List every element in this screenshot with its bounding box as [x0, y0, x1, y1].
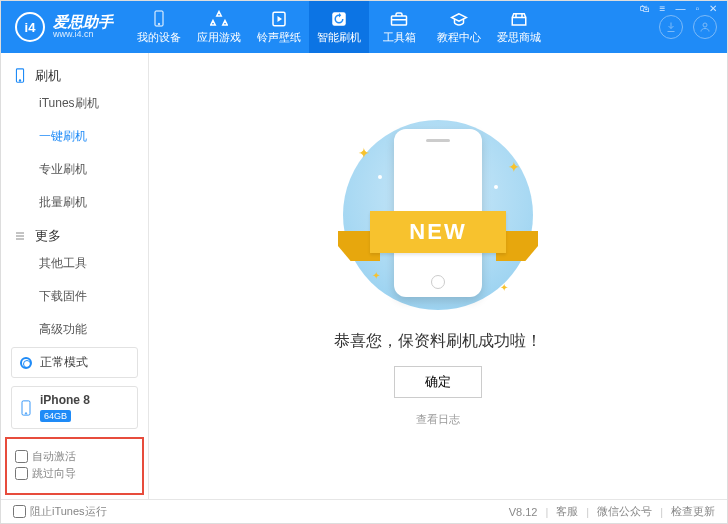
mall-icon — [510, 10, 528, 28]
window-controls: 🛍 ≡ — ▫ ✕ — [638, 3, 719, 14]
svg-point-7 — [19, 80, 20, 81]
tab-device[interactable]: 我的设备 — [129, 1, 189, 53]
tab-toolbox[interactable]: 工具箱 — [369, 1, 429, 53]
device-icon — [150, 10, 168, 28]
device-box[interactable]: iPhone 8 64GB — [11, 386, 138, 429]
mode-label: 正常模式 — [40, 354, 88, 371]
svg-point-5 — [703, 23, 707, 27]
phone-icon — [20, 400, 32, 416]
cart-icon[interactable]: 🛍 — [638, 3, 652, 14]
sidebar-item-other[interactable]: 其他工具 — [1, 247, 148, 280]
tab-flash[interactable]: 智能刷机 — [309, 1, 369, 53]
apps-icon — [210, 10, 228, 28]
maximize-button[interactable]: ▫ — [693, 3, 701, 14]
sidebar: 刷机iTunes刷机一键刷机专业刷机批量刷机更多其他工具下载固件高级功能 正常模… — [1, 53, 149, 499]
view-log-link[interactable]: 查看日志 — [416, 412, 460, 427]
tab-tutorial[interactable]: 教程中心 — [429, 1, 489, 53]
phone-icon — [13, 68, 27, 84]
sidebar-item-adv[interactable]: 高级功能 — [1, 313, 148, 339]
close-button[interactable]: ✕ — [707, 3, 719, 14]
brand-site: www.i4.cn — [53, 30, 113, 40]
version-label: V8.12 — [509, 506, 538, 518]
main-content: NEW ✦✦✦✦ 恭喜您，保资料刷机成功啦！ 确定 查看日志 — [149, 53, 727, 499]
settings-icon[interactable]: ≡ — [658, 3, 668, 14]
logo[interactable]: i4 爱思助手 www.i4.cn — [1, 1, 129, 53]
svg-point-9 — [25, 412, 26, 413]
sidebar-item-pro[interactable]: 专业刷机 — [1, 153, 148, 186]
logo-icon: i4 — [15, 12, 45, 42]
success-illustration: NEW ✦✦✦✦ — [328, 115, 548, 315]
support-link[interactable]: 客服 — [556, 504, 578, 519]
sidebar-bottom-options: 自动激活 跳过向导 — [5, 437, 144, 495]
mode-box[interactable]: 正常模式 — [11, 347, 138, 378]
header: 🛍 ≡ — ▫ ✕ i4 爱思助手 www.i4.cn 我的设备应用游戏铃声壁纸… — [1, 1, 727, 53]
device-capacity-badge: 64GB — [40, 410, 71, 422]
sidebar-item-itunes[interactable]: iTunes刷机 — [1, 87, 148, 120]
download-button[interactable] — [659, 15, 683, 39]
svg-point-1 — [158, 23, 160, 25]
sidebar-item-onekey[interactable]: 一键刷机 — [1, 120, 148, 153]
ring-icon — [270, 10, 288, 28]
wechat-link[interactable]: 微信公众号 — [597, 504, 652, 519]
sidebar-group-header: 更多 — [1, 219, 148, 247]
brand-name: 爱思助手 — [53, 14, 113, 31]
skip-guide-checkbox[interactable]: 跳过向导 — [15, 466, 76, 481]
sidebar-group-header: 刷机 — [1, 59, 148, 87]
sidebar-item-fw[interactable]: 下载固件 — [1, 280, 148, 313]
tab-ring[interactable]: 铃声壁纸 — [249, 1, 309, 53]
auto-activate-checkbox[interactable]: 自动激活 — [15, 449, 76, 464]
footer: 阻止iTunes运行 V8.12 | 客服 | 微信公众号 | 检查更新 — [1, 499, 727, 523]
toolbox-icon — [390, 10, 408, 28]
ribbon-text: NEW — [370, 211, 506, 253]
main-tabs: 我的设备应用游戏铃声壁纸智能刷机工具箱教程中心爱思商城 — [129, 1, 659, 53]
mode-icon — [20, 357, 32, 369]
sidebar-item-batch[interactable]: 批量刷机 — [1, 186, 148, 219]
update-link[interactable]: 检查更新 — [671, 504, 715, 519]
flash-icon — [330, 10, 348, 28]
success-message: 恭喜您，保资料刷机成功啦！ — [334, 331, 542, 352]
tab-apps[interactable]: 应用游戏 — [189, 1, 249, 53]
minimize-button[interactable]: — — [673, 3, 687, 14]
tab-mall[interactable]: 爱思商城 — [489, 1, 549, 53]
tutorial-icon — [450, 10, 468, 28]
device-name: iPhone 8 — [40, 393, 90, 407]
menu-icon — [13, 230, 27, 242]
user-button[interactable] — [693, 15, 717, 39]
block-itunes-checkbox[interactable]: 阻止iTunes运行 — [13, 504, 107, 519]
ok-button[interactable]: 确定 — [394, 366, 482, 398]
